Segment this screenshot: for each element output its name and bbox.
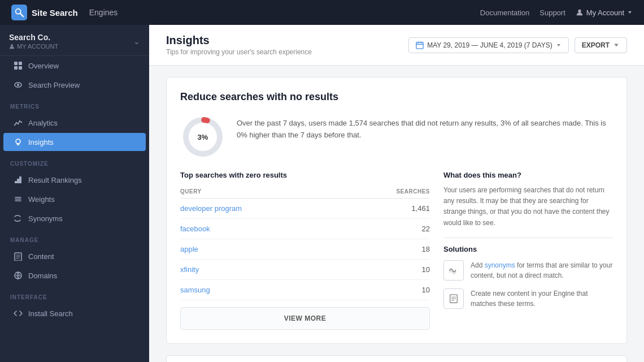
card1-two-col: Top searches with zero results QUERY SEA… bbox=[180, 171, 613, 330]
query-cell[interactable]: xfinity bbox=[180, 260, 342, 280]
top-nav: Site Search Engines Documentation Suppor… bbox=[0, 0, 644, 25]
sidebar-item-domains[interactable]: Domains bbox=[3, 266, 146, 285]
solution-2-text: Create new content in your Engine that m… bbox=[471, 288, 613, 309]
synonyms-icon bbox=[14, 214, 23, 223]
eye-icon bbox=[14, 80, 23, 89]
solution-content-icon bbox=[443, 288, 464, 309]
sidebar-item-weights[interactable]: Weights bbox=[3, 190, 146, 208]
svg-rect-5 bbox=[19, 62, 22, 65]
svg-rect-4 bbox=[14, 62, 18, 65]
svg-point-13 bbox=[19, 120, 20, 122]
svg-point-11 bbox=[16, 122, 17, 123]
query-cell[interactable]: samsung bbox=[180, 280, 342, 300]
sidebar-item-analytics[interactable]: Analytics bbox=[3, 114, 146, 132]
synonyms-link[interactable]: synonyms bbox=[485, 261, 515, 269]
export-button[interactable]: EXPORT bbox=[575, 37, 627, 53]
top-nav-right: Documentation Support My Account bbox=[480, 8, 633, 17]
sidebar-item-insights[interactable]: Insights bbox=[3, 133, 146, 151]
svg-point-9 bbox=[17, 84, 19, 86]
svg-line-1 bbox=[20, 14, 23, 16]
customize-section-label: CUSTOMIZE bbox=[0, 152, 149, 170]
company-name: Search Co. bbox=[9, 33, 58, 42]
table-row: samsung10 bbox=[180, 280, 430, 300]
sidebar-item-result-rankings[interactable]: Result Rankings bbox=[3, 171, 146, 189]
solution-synonyms-icon bbox=[443, 260, 464, 281]
logo[interactable]: Site Search bbox=[11, 5, 78, 20]
sidebar-item-install-search[interactable]: Install Search bbox=[3, 304, 146, 322]
analytics-icon bbox=[14, 118, 23, 127]
content-icon bbox=[14, 252, 23, 261]
table-row: xfinity10 bbox=[180, 260, 430, 280]
svg-rect-18 bbox=[19, 176, 21, 183]
lightbulb-icon bbox=[14, 137, 23, 146]
card1-description: Over the past 7 days, users made 1,574 s… bbox=[237, 114, 613, 141]
table-row: developer program1,461 bbox=[180, 199, 430, 219]
table-row: facebook22 bbox=[180, 219, 430, 239]
solutions-title: Solutions bbox=[443, 238, 613, 253]
page-header-left: Insights Tips for improving your user's … bbox=[166, 34, 312, 56]
account-menu[interactable]: My Account bbox=[576, 8, 633, 17]
weights-icon bbox=[14, 195, 23, 204]
count-cell: 10 bbox=[342, 280, 430, 300]
domains-icon bbox=[14, 271, 23, 280]
sidebar: Search Co. MY ACCOUNT ⌄ Overview Search … bbox=[0, 25, 149, 362]
solution-1: Add synonyms for terms that are similar … bbox=[443, 260, 613, 281]
count-cell: 22 bbox=[342, 219, 430, 239]
date-chevron-icon bbox=[556, 42, 562, 48]
export-chevron-icon bbox=[613, 42, 620, 49]
page-header-right: MAY 29, 2019 — JUNE 4, 2019 (7 DAYS) EXP… bbox=[408, 37, 627, 53]
document-icon bbox=[449, 294, 459, 304]
svg-rect-16 bbox=[15, 181, 17, 183]
wave-icon bbox=[449, 265, 459, 275]
sidebar-chevron[interactable]: ⌄ bbox=[133, 37, 140, 46]
count-cell: 18 bbox=[342, 239, 430, 260]
count-cell: 1,461 bbox=[342, 199, 430, 219]
zero-results-table: QUERY SEARCHES developer program1,461fac… bbox=[180, 185, 430, 300]
svg-point-15 bbox=[16, 139, 20, 144]
table-row: apple18 bbox=[180, 239, 430, 260]
manage-section-label: MANAGE bbox=[0, 228, 149, 247]
donut-chart: 3% bbox=[180, 114, 225, 160]
page-title: Insights bbox=[166, 34, 312, 47]
metrics-section-label: METRICS bbox=[0, 94, 149, 113]
view-more-button[interactable]: VIEW MORE bbox=[180, 307, 430, 330]
chevron-down-icon bbox=[627, 10, 633, 15]
logo-icon bbox=[11, 5, 27, 20]
engines-link[interactable]: Engines bbox=[89, 8, 118, 17]
solution-1-text: Add synonyms for terms that are similar … bbox=[471, 260, 613, 281]
account-label: My Account bbox=[586, 8, 624, 17]
page-content: Reduce searches with no results 3% Over … bbox=[149, 66, 644, 362]
query-cell[interactable]: apple bbox=[180, 239, 342, 260]
svg-point-10 bbox=[14, 124, 15, 126]
main-content: Insights Tips for improving your user's … bbox=[149, 25, 644, 362]
sidebar-account-label: MY ACCOUNT bbox=[9, 43, 58, 50]
sidebar-item-overview[interactable]: Overview bbox=[3, 57, 146, 75]
sidebar-item-content[interactable]: Content bbox=[3, 247, 146, 265]
count-cell: 10 bbox=[342, 260, 430, 280]
svg-rect-21 bbox=[416, 42, 423, 48]
table-title: Top searches with zero results bbox=[180, 171, 430, 179]
documentation-link[interactable]: Documentation bbox=[480, 8, 529, 17]
code-icon bbox=[14, 309, 23, 318]
calendar-icon bbox=[416, 41, 424, 49]
svg-point-3 bbox=[11, 44, 13, 46]
reduce-no-clickthroughs-card: Reduce searches with no clickthroughs bbox=[166, 355, 627, 362]
interface-section-label: INTERFACE bbox=[0, 285, 149, 304]
date-picker[interactable]: MAY 29, 2019 — JUNE 4, 2019 (7 DAYS) bbox=[408, 37, 568, 53]
sidebar-item-search-preview[interactable]: Search Preview bbox=[3, 76, 146, 94]
col-query: QUERY bbox=[180, 185, 342, 199]
svg-point-2 bbox=[578, 10, 581, 12]
card1-left: Top searches with zero results QUERY SEA… bbox=[180, 171, 430, 330]
sidebar-item-synonyms[interactable]: Synonyms bbox=[3, 209, 146, 227]
card1-title: Reduce searches with no results bbox=[180, 91, 613, 103]
card1-top: 3% Over the past 7 days, users made 1,57… bbox=[180, 114, 613, 160]
query-cell[interactable]: developer program bbox=[180, 199, 342, 219]
support-link[interactable]: Support bbox=[539, 8, 565, 17]
query-cell[interactable]: facebook bbox=[180, 219, 342, 239]
overview-icon bbox=[14, 61, 23, 70]
svg-rect-6 bbox=[14, 66, 18, 70]
date-range-text: MAY 29, 2019 — JUNE 4, 2019 (7 DAYS) bbox=[427, 41, 552, 49]
svg-rect-17 bbox=[17, 179, 19, 183]
page-header: Insights Tips for improving your user's … bbox=[149, 25, 644, 66]
card1-right: What does this mean? Your users are perf… bbox=[443, 171, 613, 330]
